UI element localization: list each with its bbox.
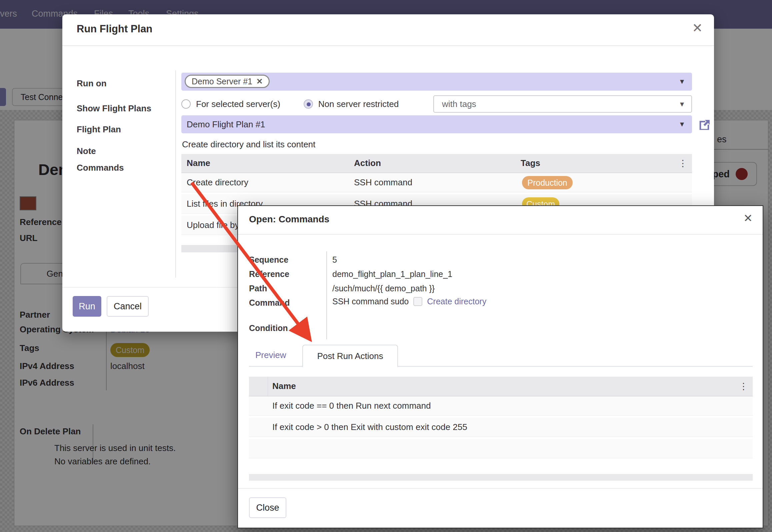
sequence-value: 5 [332, 255, 337, 265]
reference-label: Reference [249, 269, 289, 279]
row-name: Create directory [187, 177, 248, 188]
screen: vers Commands Files Tools Settings Test … [0, 0, 772, 532]
label-column-separator [326, 251, 327, 339]
condition-label: Condition [249, 323, 288, 333]
chevron-down-icon: ▾ [680, 77, 684, 86]
flight-plan-select[interactable]: Demo Flight Plan #1 ▾ [181, 115, 692, 133]
chip-remove-icon[interactable]: ✕ [256, 77, 263, 86]
table-options-icon[interactable]: ⋮ [678, 158, 687, 169]
col-tags[interactable]: Tags [521, 158, 540, 168]
path-value: /such/much/{{ demo_path }} [332, 284, 435, 293]
command-value: SSH command sudo [332, 297, 409, 306]
table-row[interactable]: Create directory SSH command Production [181, 173, 692, 194]
label-column-separator [175, 70, 176, 278]
radio-selected-servers-label[interactable]: For selected server(s) [196, 99, 280, 109]
server-chip[interactable]: Demo Server #1 ✕ [185, 75, 270, 88]
with-tags-select[interactable]: with tags ▾ [433, 95, 692, 113]
tag-production-badge: Production [522, 176, 573, 189]
external-link-icon[interactable] [697, 117, 712, 132]
commands-dialog-header: Open: Commands ✕ [238, 206, 763, 235]
tab-preview[interactable]: Preview [255, 350, 286, 360]
tab-post-run-actions[interactable]: Post Run Actions [302, 345, 398, 367]
row-name: If exit code == 0 then Run next command [272, 401, 431, 411]
table-row[interactable] [249, 439, 753, 460]
chevron-down-icon: ▾ [680, 99, 684, 109]
radio-non-restricted[interactable] [304, 99, 313, 109]
close-icon[interactable]: ✕ [692, 22, 703, 34]
path-label: Path [249, 284, 267, 293]
row-action: SSH command [354, 177, 412, 188]
radio-selected-servers[interactable] [181, 99, 191, 109]
run-button[interactable]: Run [73, 296, 101, 317]
with-tags-value: with tags [442, 99, 476, 109]
post-run-actions-table: Name ⋮ If exit code == 0 then Run next c… [249, 377, 753, 460]
row-name: Upload file by [187, 220, 239, 230]
reference-value: demo_flight_plan_1_plan_line_1 [332, 269, 452, 279]
table-row[interactable]: If exit code > 0 then Exit with custom e… [249, 418, 753, 439]
chevron-down-icon: ▾ [680, 119, 684, 129]
run-dialog-title: Run Flight Plan [77, 23, 152, 35]
row-name: If exit code > 0 then Exit with custom e… [272, 422, 467, 432]
commands-dialog-title: Open: Commands [249, 214, 329, 225]
flight-plan-label: Flight Plan [77, 124, 121, 135]
note-value-text: Create directory and list its content [182, 139, 315, 150]
radio-non-restricted-label[interactable]: Non server restricted [318, 99, 399, 109]
open-commands-dialog: Open: Commands ✕ Sequence Reference Path… [237, 205, 763, 528]
table-row[interactable]: If exit code == 0 then Run next command [249, 396, 753, 418]
sequence-label: Sequence [249, 255, 288, 265]
table-options-icon[interactable]: ⋮ [739, 381, 748, 392]
post-run-table-header: Name ⋮ [249, 377, 753, 396]
show-flight-plans-label: Show Flight Plans [77, 103, 151, 114]
col-name[interactable]: Name [272, 381, 296, 391]
flight-plan-value: Demo Flight Plan #1 [187, 119, 265, 130]
command-link[interactable]: Create directory [427, 297, 486, 306]
command-label: Command [249, 298, 290, 308]
run-dialog-header: Run Flight Plan ✕ [62, 14, 714, 46]
cancel-button[interactable]: Cancel [107, 296, 149, 317]
handle-column [249, 377, 268, 396]
note-label: Note [77, 146, 96, 156]
col-name[interactable]: Name [187, 158, 210, 168]
table-scrollbar[interactable] [181, 245, 239, 252]
run-on-select[interactable]: Demo Server #1 ✕ ▾ [181, 73, 692, 91]
sudo-checkbox[interactable] [413, 297, 422, 306]
flight-plan-filter-radios: For selected server(s) Non server restri… [181, 95, 399, 113]
table-footer-strip [249, 474, 753, 481]
commands-label: Commands [77, 163, 124, 173]
command-value-row: SSH command sudo Create directory [332, 297, 486, 306]
close-button[interactable]: Close [249, 497, 286, 518]
close-icon[interactable]: ✕ [743, 213, 753, 224]
commands-table-header: Name Action Tags ⋮ [181, 154, 692, 173]
run-on-label: Run on [77, 78, 107, 89]
footer-divider [238, 488, 763, 489]
server-chip-label: Demo Server #1 [192, 77, 252, 86]
col-action[interactable]: Action [354, 158, 381, 168]
